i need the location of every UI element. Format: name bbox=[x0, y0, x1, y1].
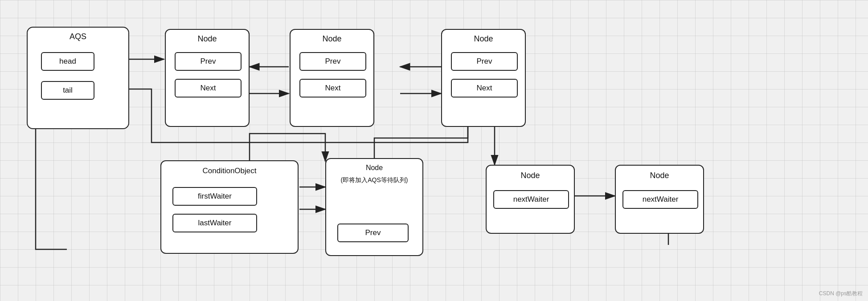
pending-node-subtitle: (即将加入AQS等待队列) bbox=[330, 176, 419, 184]
watermark: CSDN @ps酷教程 bbox=[819, 290, 863, 297]
node3-prev: Prev bbox=[451, 52, 518, 71]
node-next2-nextwaiter: nextWaiter bbox=[622, 190, 698, 209]
node2-label: Node bbox=[322, 34, 341, 44]
condition-object-label: ConditionObject bbox=[203, 167, 257, 175]
node2-prev: Prev bbox=[299, 52, 366, 71]
pending-node-box: Node (即将加入AQS等待队列) Prev bbox=[325, 158, 423, 256]
node1-next: Next bbox=[175, 79, 242, 98]
pending-node-prev: Prev bbox=[337, 224, 409, 242]
aqs-tail: tail bbox=[41, 81, 94, 100]
aqs-box: AQS head tail bbox=[27, 27, 129, 129]
aqs-label: AQS bbox=[70, 32, 86, 41]
pending-node-label: Node bbox=[366, 163, 383, 173]
aqs-head: head bbox=[41, 52, 94, 71]
node-next1-nextwaiter: nextWaiter bbox=[493, 190, 569, 209]
condition-object-box: ConditionObject firstWaiter lastWaiter bbox=[160, 160, 299, 254]
node-next2-box: Node nextWaiter bbox=[615, 165, 704, 234]
node1-box: Node Prev Next bbox=[165, 29, 250, 127]
node-next1-box: Node nextWaiter bbox=[486, 165, 575, 234]
node3-next: Next bbox=[451, 79, 518, 98]
condition-first-waiter: firstWaiter bbox=[172, 187, 257, 206]
condition-last-waiter: lastWaiter bbox=[172, 214, 257, 232]
node-next1-label: Node bbox=[520, 171, 540, 180]
node1-label: Node bbox=[197, 34, 217, 44]
node2-box: Node Prev Next bbox=[290, 29, 374, 127]
node2-next: Next bbox=[299, 79, 366, 98]
node3-box: Node Prev Next bbox=[441, 29, 526, 127]
node-next2-label: Node bbox=[650, 171, 669, 180]
node1-prev: Prev bbox=[175, 52, 242, 71]
node3-label: Node bbox=[474, 34, 493, 44]
